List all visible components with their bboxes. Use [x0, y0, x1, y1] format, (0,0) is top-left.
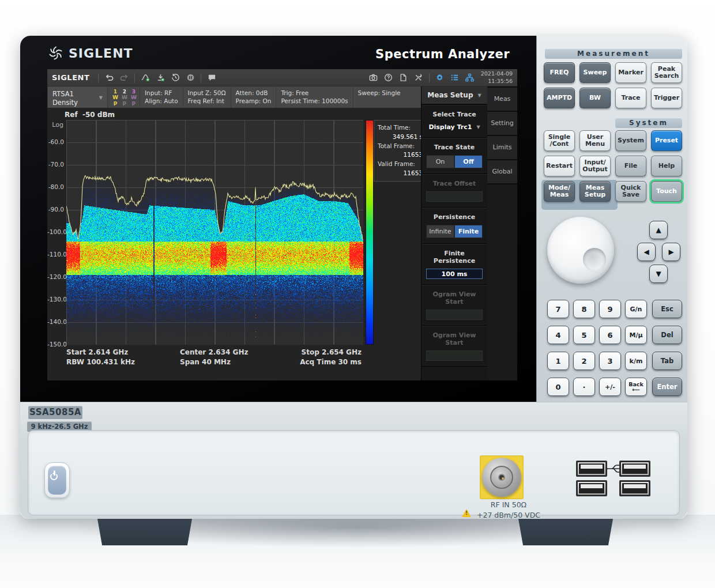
trigger-button[interactable]: Trigger	[651, 88, 682, 108]
key-6[interactable]: 6	[599, 326, 621, 344]
input-output-button[interactable]: Input/ Output	[579, 156, 611, 176]
usb-port[interactable]	[576, 461, 607, 477]
toolbar-brand: SIGLENT	[52, 73, 89, 82]
arrow-right-key[interactable]: ▶	[662, 243, 680, 261]
key-9[interactable]: 9	[599, 300, 621, 318]
key-g-n[interactable]: G/n	[625, 300, 647, 318]
key-dot[interactable]: ·	[573, 378, 595, 396]
backspace-key[interactable]: Back ⟵	[625, 378, 647, 396]
ogram-view-start-block-1: Ogram View Start	[422, 285, 487, 326]
y-axis-tick: -80.0	[47, 183, 64, 190]
key-3[interactable]: 3	[599, 352, 621, 370]
file-icon[interactable]	[396, 72, 411, 84]
peak-search-button[interactable]: Peak Search	[651, 62, 682, 83]
list-menu-icon[interactable]	[447, 72, 462, 84]
quick-save-button[interactable]: Quick Save	[615, 181, 646, 202]
help-icon[interactable]	[381, 72, 396, 84]
usb-port[interactable]	[576, 480, 607, 496]
trace-button[interactable]: Trace	[615, 88, 646, 108]
user-menu-button[interactable]: User Menu	[579, 130, 611, 151]
help-button[interactable]: Help	[651, 156, 682, 176]
system-button[interactable]: System	[615, 130, 646, 151]
pause-icon[interactable]	[183, 72, 198, 84]
bw-button[interactable]: BW	[579, 88, 611, 108]
finite-persistence-input[interactable]: 100 ms	[426, 269, 483, 279]
add-trace-icon[interactable]	[138, 72, 153, 84]
key-m-u[interactable]: M/µ	[625, 326, 647, 344]
trace-state-off[interactable]: Off	[454, 155, 483, 168]
tab-global[interactable]: Global	[487, 160, 517, 183]
preset-button[interactable]: Preset	[651, 130, 682, 151]
y-axis-tick: -130.0	[47, 296, 64, 303]
freq-button[interactable]: FREQ	[544, 62, 575, 83]
arrow-down-key[interactable]: ▼	[649, 265, 668, 283]
key-4[interactable]: 4	[547, 326, 569, 344]
add-marker-icon[interactable]	[153, 72, 168, 84]
mode-meas-button[interactable]: Mode/ Meas	[544, 181, 575, 202]
camera-icon[interactable]	[366, 72, 381, 84]
reference-level: Ref -50 dBm	[65, 111, 115, 119]
tab-key[interactable]: Tab	[652, 352, 682, 370]
meas-setup-menu: Meas Setup▼ Select Trace Display Trc1▼ T…	[421, 86, 487, 380]
system-buttons: Single /Cont User Menu System Preset Res…	[544, 130, 682, 202]
marker-button[interactable]: Marker	[615, 62, 646, 83]
usb-port[interactable]	[619, 480, 650, 496]
undo-icon[interactable]	[101, 72, 116, 84]
mode-selector[interactable]: RTSA1 Density ▼	[47, 86, 107, 108]
settings-gear-icon[interactable]	[432, 72, 447, 84]
arrow-left-key[interactable]: ◀	[637, 243, 656, 261]
file-button[interactable]: File	[615, 156, 646, 176]
arrow-up-key[interactable]: ▲	[649, 221, 668, 239]
key-k-m[interactable]: k/m	[625, 352, 647, 370]
touch-button[interactable]: Touch	[651, 181, 682, 202]
power-button[interactable]	[44, 462, 70, 498]
power-icon-stem	[54, 470, 55, 476]
persistence-finite[interactable]: Finite	[454, 225, 483, 238]
persistence-infinite[interactable]: Infinite	[426, 225, 454, 238]
tab-limits[interactable]: Limits	[487, 136, 517, 159]
tab-setting[interactable]: Setting	[487, 112, 517, 135]
trace-indicators[interactable]: 1 W P 2 W P 3 W P	[107, 86, 140, 108]
ogram-view-start-label-2: Ogram View Start	[425, 329, 484, 349]
measurement-group-header: Measurement	[545, 48, 682, 59]
select-trace-dropdown[interactable]: Display Trc1▼	[425, 120, 484, 134]
enter-key[interactable]: Enter	[652, 378, 682, 396]
esc-key[interactable]: Esc	[652, 300, 682, 318]
trace-state-on[interactable]: On	[426, 155, 454, 168]
network-lan-icon[interactable]	[462, 72, 477, 84]
tab-meas[interactable]: Meas	[487, 88, 517, 111]
single-cont-button[interactable]: Single /Cont	[544, 130, 575, 151]
history-icon[interactable]	[168, 72, 183, 84]
key-2[interactable]: 2	[573, 352, 595, 370]
y-axis-tick: -110.0	[47, 251, 64, 258]
restart-button[interactable]: Restart	[544, 156, 575, 176]
sweep-button[interactable]: Sweep	[579, 62, 611, 83]
screen-toolbar: SIGLENT	[47, 69, 517, 86]
tools-icon[interactable]	[411, 72, 426, 84]
ogram-view-start-block-2: Ogram View Start	[422, 326, 487, 367]
key-8[interactable]: 8	[573, 300, 595, 318]
key-0[interactable]: 0	[547, 378, 569, 396]
chevron-down-icon: ▼	[478, 93, 481, 98]
redo-icon[interactable]	[116, 72, 131, 84]
key-plus-minus[interactable]: +/-	[599, 378, 621, 396]
key-5[interactable]: 5	[573, 326, 595, 344]
meas-setup-button[interactable]: Meas Setup	[579, 181, 611, 202]
rotary-knob[interactable]	[547, 217, 614, 284]
finite-persistence-label: Finite Persistence	[425, 247, 484, 267]
total-frame-label: Total Frame:	[378, 142, 423, 151]
stop-frequency: Stop 2.654 GHz	[302, 348, 362, 356]
key-1[interactable]: 1	[547, 352, 569, 370]
screen-title: Spectrum Analyzer	[375, 47, 510, 61]
measurement-buttons: FREQ Sweep Marker Peak Search AMPTD BW T…	[544, 62, 682, 108]
amptd-button[interactable]: AMPTD	[544, 88, 575, 108]
del-key[interactable]: Del	[652, 326, 682, 344]
siglent-logo: SIGLENT	[48, 45, 133, 61]
message-icon[interactable]	[204, 72, 219, 84]
key-7[interactable]: 7	[547, 300, 569, 318]
usb-port[interactable]	[619, 461, 650, 477]
chevron-down-icon: ▼	[99, 95, 103, 101]
knob-finger-hole	[583, 248, 606, 271]
menu-header[interactable]: Meas Setup▼	[422, 86, 487, 105]
rf-input-connector[interactable]	[480, 455, 524, 499]
